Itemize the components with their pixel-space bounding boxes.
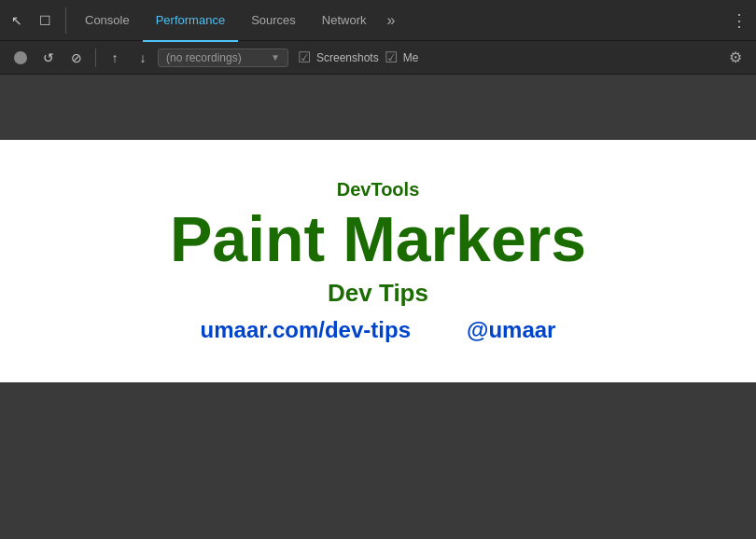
memory-checkbox-icon[interactable]: ☑: [385, 48, 398, 66]
subtitle: Dev Tips: [328, 279, 428, 308]
content-card: DevTools Paint Markers Dev Tips umaar.co…: [0, 140, 756, 382]
box-icon: ☐: [39, 13, 51, 28]
devtools-tab-bar: ↖ ☐ Console Performance Sources Network …: [0, 0, 756, 41]
screenshots-checkbox-icon[interactable]: ☑: [298, 48, 311, 66]
dropdown-arrow-icon: ▼: [271, 52, 280, 62]
reload-button[interactable]: ↺: [35, 45, 62, 71]
devtools-icon-group: ↖ ☐: [4, 7, 66, 34]
settings-button[interactable]: ⚙: [722, 45, 749, 71]
toolbar-separator: [95, 48, 96, 67]
main-title: Paint Markers: [170, 204, 586, 274]
recording-toolbar: ↺ ⊘ ↑ ↓ (no recordings) ▼ ☑ Screenshots …: [0, 41, 756, 75]
links-row: umaar.com/dev-tips @umaar: [201, 317, 556, 343]
download-icon: ↓: [140, 50, 147, 65]
screenshots-group: ☑ Screenshots ☑ Me: [298, 48, 418, 66]
tab-performance[interactable]: Performance: [143, 1, 238, 42]
tab-list: Console Performance Sources Network »: [72, 0, 726, 41]
download-button[interactable]: ↓: [130, 45, 156, 71]
dark-area-top: [0, 75, 756, 140]
stop-icon: ⊘: [71, 50, 82, 65]
screenshots-label: Screenshots: [316, 51, 379, 64]
no-recordings-label: (no recordings): [166, 51, 242, 64]
memory-label: Me: [403, 51, 419, 64]
dark-area-bottom: [0, 382, 756, 504]
upload-button[interactable]: ↑: [102, 45, 128, 71]
tab-console[interactable]: Console: [72, 1, 143, 42]
record-circle-icon: [14, 51, 27, 64]
tab-more-button[interactable]: »: [380, 0, 403, 41]
tab-sources[interactable]: Sources: [238, 1, 309, 42]
devtools-label: DevTools: [337, 179, 420, 200]
gear-icon: ⚙: [729, 48, 742, 66]
tab-network[interactable]: Network: [309, 1, 380, 42]
stop-button[interactable]: ⊘: [63, 45, 90, 71]
box-icon-button[interactable]: ☐: [32, 7, 58, 34]
reload-icon: ↺: [43, 50, 54, 65]
website-link[interactable]: umaar.com/dev-tips: [201, 317, 411, 343]
cursor-icon-button[interactable]: ↖: [4, 7, 30, 34]
cursor-icon: ↖: [11, 13, 22, 28]
upload-icon: ↑: [112, 50, 119, 65]
recordings-dropdown[interactable]: (no recordings) ▼: [158, 48, 288, 67]
twitter-link[interactable]: @umaar: [467, 317, 555, 343]
devtools-menu-button[interactable]: ⋮: [726, 7, 752, 34]
dots-icon: ⋮: [731, 10, 748, 31]
record-button[interactable]: [7, 45, 34, 71]
